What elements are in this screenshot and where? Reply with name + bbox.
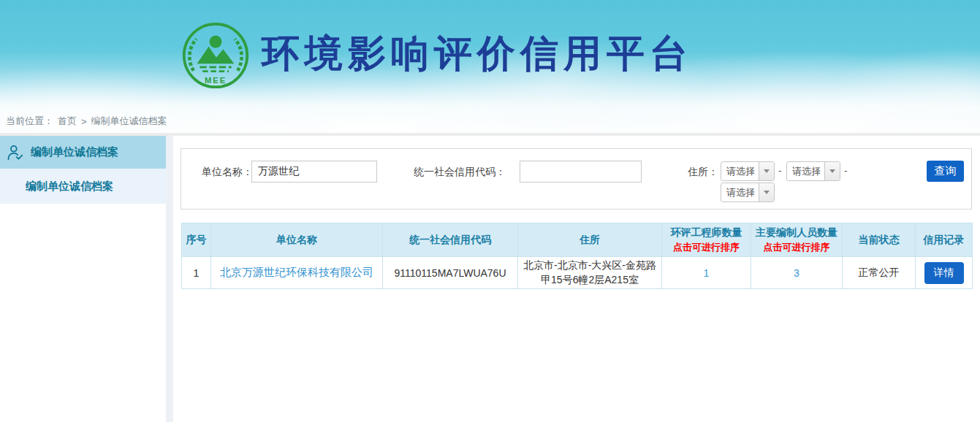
breadcrumb-current: 编制单位诚信档案 bbox=[91, 115, 167, 128]
col-header-engineer-count-sort[interactable]: 环评工程师数量 点击可进行排序 bbox=[662, 223, 751, 257]
col-header-address: 住所 bbox=[518, 223, 662, 257]
dash-separator: - bbox=[844, 160, 848, 182]
chevron-down-icon[interactable] bbox=[759, 183, 774, 202]
top-banner: MEE 环境影响评价信用平台 当前位置： 首页 > 编制单位诚信档案 bbox=[0, 0, 980, 133]
sidebar-subitem-label: 编制单位诚信档案 bbox=[26, 180, 113, 193]
search-panel: 单位名称： 统一社会信用代码： 住所： 请选择 - 请选择 - 请选择 bbox=[181, 148, 972, 210]
result-table: 序号 单位名称 统一社会信用代码 住所 环评工程师数量 点击可进行排序 主要编制… bbox=[181, 223, 973, 289]
breadcrumb-separator: > bbox=[81, 116, 87, 127]
main-panel: 单位名称： 统一社会信用代码： 住所： 请选择 - 请选择 - 请选择 bbox=[173, 136, 980, 422]
detail-button[interactable]: 详情 bbox=[924, 262, 964, 284]
col-header-staff-count-sort[interactable]: 主要编制人员数量 点击可进行排序 bbox=[751, 223, 843, 257]
sidebar-item-label: 编制单位诚信档案 bbox=[31, 145, 118, 159]
col-header-status: 当前状态 bbox=[843, 223, 916, 257]
select-value: 请选择 bbox=[721, 162, 759, 180]
col-header-label: 环评工程师数量 bbox=[662, 226, 751, 239]
engineer-count-link[interactable]: 1 bbox=[704, 267, 710, 279]
cell-status: 正常公开 bbox=[843, 257, 916, 289]
address-city-select[interactable]: 请选择 bbox=[786, 161, 840, 181]
sidebar-subitem-unit-credit-archive[interactable]: 编制单位诚信档案 bbox=[0, 169, 166, 204]
site-header: MEE 环境影响评价信用平台 bbox=[181, 0, 693, 108]
select-value: 请选择 bbox=[721, 183, 759, 202]
address-label: 住所： bbox=[688, 161, 721, 183]
table-row: 1 北京万源世纪环保科技有限公司 91110115MA7LWUA76U 北京市-… bbox=[182, 257, 973, 289]
address-district-select[interactable]: 请选择 bbox=[721, 183, 775, 202]
dash-separator: - bbox=[778, 160, 782, 182]
cell-credit-code: 91110115MA7LWUA76U bbox=[383, 257, 518, 289]
user-check-icon bbox=[6, 143, 25, 162]
sidebar: 编制单位诚信档案 编制单位诚信档案 bbox=[0, 136, 166, 422]
staff-count-link[interactable]: 3 bbox=[794, 267, 799, 279]
col-header-company: 单位名称 bbox=[211, 223, 383, 257]
page: MEE 环境影响评价信用平台 当前位置： 首页 > 编制单位诚信档案 编制单位诚… bbox=[0, 0, 980, 422]
cell-address: 北京市-北京市-大兴区-金苑路 甲15号6幢2层A215室 bbox=[518, 257, 662, 289]
col-header-credit-code: 统一社会信用代码 bbox=[383, 223, 518, 257]
query-button[interactable]: 查询 bbox=[927, 161, 964, 182]
company-link[interactable]: 北京万源世纪环保科技有限公司 bbox=[220, 266, 373, 278]
chevron-down-icon[interactable] bbox=[824, 162, 840, 180]
select-value: 请选择 bbox=[787, 162, 824, 180]
sidebar-item-unit-credit-archive[interactable]: 编制单位诚信档案 bbox=[0, 136, 166, 169]
sidebar-gutter bbox=[166, 136, 173, 422]
svg-text:MEE: MEE bbox=[205, 76, 227, 85]
col-header-label: 主要编制人员数量 bbox=[751, 226, 842, 239]
address-line2: 甲15号6幢2层A215室 bbox=[518, 273, 661, 288]
mee-logo-icon: MEE bbox=[181, 21, 250, 90]
credit-code-label: 统一社会信用代码： bbox=[414, 161, 516, 183]
content-area: 编制单位诚信档案 编制单位诚信档案 单位名称： 统一社会信用代码： 住所： 请选… bbox=[0, 136, 980, 422]
col-header-index: 序号 bbox=[182, 223, 211, 257]
unit-name-input[interactable] bbox=[251, 161, 377, 183]
col-header-credit-record: 信用记录 bbox=[916, 223, 973, 257]
page-title: 环境影响评价信用平台 bbox=[262, 28, 693, 80]
address-province-select[interactable]: 请选择 bbox=[721, 161, 775, 181]
address-line1: 北京市-北京市-大兴区-金苑路 bbox=[518, 258, 661, 273]
table-header-row: 序号 单位名称 统一社会信用代码 住所 环评工程师数量 点击可进行排序 主要编制… bbox=[182, 223, 973, 257]
cell-index: 1 bbox=[182, 257, 211, 289]
credit-code-input[interactable] bbox=[520, 161, 642, 183]
chevron-down-icon[interactable] bbox=[759, 162, 774, 180]
breadcrumb-prefix: 当前位置： bbox=[6, 115, 53, 128]
breadcrumb: 当前位置： 首页 > 编制单位诚信档案 bbox=[0, 110, 980, 133]
sort-hint: 点击可进行排序 bbox=[751, 241, 842, 254]
sort-hint: 点击可进行排序 bbox=[662, 241, 751, 254]
breadcrumb-home-link[interactable]: 首页 bbox=[58, 115, 77, 128]
